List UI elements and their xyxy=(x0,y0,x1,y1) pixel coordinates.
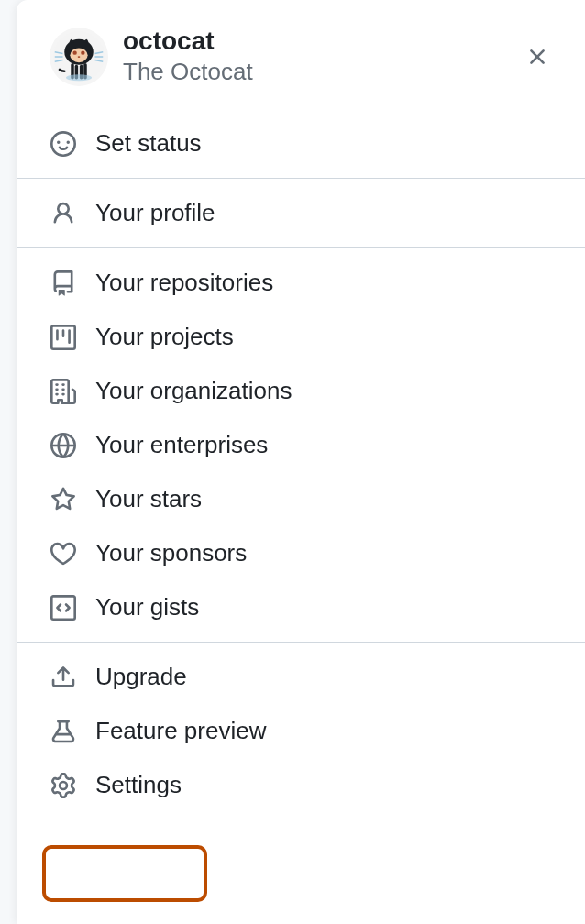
close-icon xyxy=(524,44,550,70)
octocat-avatar-icon xyxy=(53,31,105,82)
code-square-icon xyxy=(50,594,77,622)
menu-item-your-repositories[interactable]: Your repositories xyxy=(17,256,585,310)
menu-section-account: Upgrade Feature preview Settings xyxy=(17,643,585,820)
svg-point-6 xyxy=(66,74,92,81)
user-menu-panel: octocat The Octocat Set status Your prof… xyxy=(17,0,585,924)
organization-icon xyxy=(50,378,77,405)
menu-section-status: Set status xyxy=(17,109,585,178)
menu-item-your-profile[interactable]: Your profile xyxy=(17,186,585,240)
menu-item-set-status[interactable]: Set status xyxy=(17,116,585,170)
menu-label: Settings xyxy=(95,771,182,799)
project-icon xyxy=(50,324,77,351)
menu-item-your-organizations[interactable]: Your organizations xyxy=(17,364,585,418)
heart-icon xyxy=(50,540,77,567)
menu-item-feature-preview[interactable]: Feature preview xyxy=(17,704,585,758)
person-icon xyxy=(50,200,77,227)
beaker-icon xyxy=(50,718,77,745)
menu-label: Feature preview xyxy=(95,717,266,745)
avatar[interactable] xyxy=(50,28,108,86)
close-button[interactable] xyxy=(519,38,556,75)
menu-label: Upgrade xyxy=(95,663,187,691)
menu-section-your-items: Your repositories Your projects Your org… xyxy=(17,248,585,642)
menu-item-settings[interactable]: Settings xyxy=(17,758,585,812)
menu-item-your-stars[interactable]: Your stars xyxy=(17,472,585,526)
menu-item-your-projects[interactable]: Your projects xyxy=(17,310,585,364)
upload-icon xyxy=(50,664,77,691)
user-info: octocat The Octocat xyxy=(123,26,519,87)
svg-point-3 xyxy=(72,50,76,54)
menu-item-your-gists[interactable]: Your gists xyxy=(17,580,585,634)
menu-label: Your stars xyxy=(95,485,202,513)
menu-label: Your gists xyxy=(95,593,199,622)
menu-label: Your repositories xyxy=(95,269,273,297)
globe-icon xyxy=(50,432,77,459)
svg-point-5 xyxy=(78,56,81,58)
menu-item-your-sponsors[interactable]: Your sponsors xyxy=(17,526,585,580)
menu-label: Your projects xyxy=(95,323,234,351)
display-name: The Octocat xyxy=(123,57,519,88)
menu-label: Your profile xyxy=(95,199,215,227)
menu-item-upgrade[interactable]: Upgrade xyxy=(17,650,585,704)
menu-label: Set status xyxy=(95,129,202,158)
svg-point-2 xyxy=(70,48,87,62)
svg-point-4 xyxy=(81,50,84,54)
menu-section-profile: Your profile xyxy=(17,179,585,248)
menu-label: Your enterprises xyxy=(95,431,268,459)
star-icon xyxy=(50,486,77,513)
menu-label: Your sponsors xyxy=(95,539,247,567)
menu-item-your-enterprises[interactable]: Your enterprises xyxy=(17,418,585,472)
gear-icon xyxy=(50,772,77,799)
smiley-icon xyxy=(50,130,77,158)
repo-icon xyxy=(50,270,77,297)
menu-label: Your organizations xyxy=(95,377,292,405)
menu-header: octocat The Octocat xyxy=(17,0,585,109)
username: octocat xyxy=(123,26,519,57)
